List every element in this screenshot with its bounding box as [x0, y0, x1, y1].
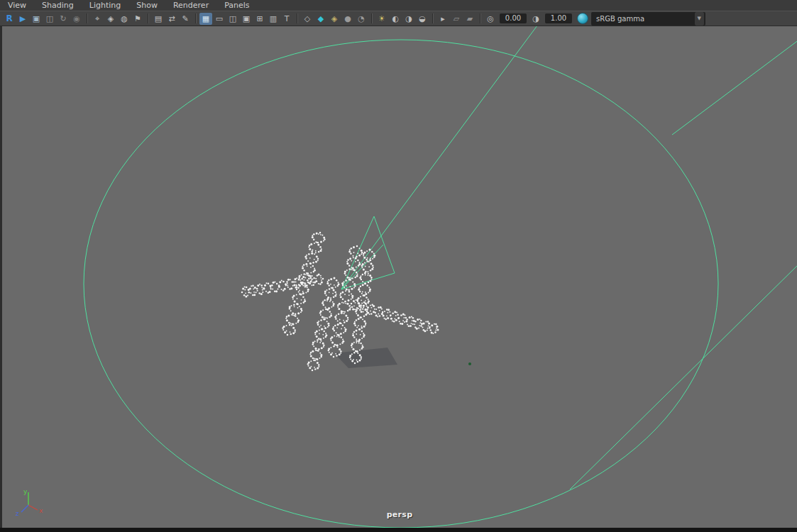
- ambient-occlusion-icon[interactable]: ◑: [402, 13, 415, 25]
- image-plane-icon[interactable]: ▤: [152, 13, 165, 25]
- particle-helix[interactable]: [349, 249, 376, 365]
- light-ray-line[interactable]: [341, 26, 539, 289]
- window-bottom-edge: [0, 528, 797, 532]
- toolbar-separator: [148, 13, 148, 23]
- axis-x-label: x: [39, 507, 43, 514]
- ipr-render-icon[interactable]: ▣: [30, 13, 43, 25]
- scene-canvas[interactable]: yxz: [2, 26, 797, 528]
- gate-mask-icon[interactable]: ▣: [240, 13, 253, 25]
- toolbar-separator: [480, 13, 480, 23]
- resolution-gate-icon[interactable]: ◫: [226, 13, 239, 25]
- select-camera-icon[interactable]: ⌖: [91, 13, 104, 25]
- all-lights-icon[interactable]: ☀: [375, 13, 388, 25]
- camera-name-label: persp: [387, 510, 413, 519]
- safe-action-icon[interactable]: ▥: [267, 13, 280, 25]
- copy-view-icon[interactable]: ▱: [450, 13, 463, 25]
- default-material-icon[interactable]: ●: [341, 13, 354, 25]
- motion-blur-icon[interactable]: ◒: [416, 13, 429, 25]
- render-frame-icon[interactable]: ▶: [16, 13, 29, 25]
- textured-icon[interactable]: ◈: [328, 13, 341, 25]
- isolate-select-icon[interactable]: ▸: [436, 13, 449, 25]
- field-chart-icon[interactable]: ⊞: [253, 13, 266, 25]
- toolbar-separator: [87, 13, 87, 23]
- lock-camera-icon[interactable]: ◈: [104, 13, 117, 25]
- renderer-badge[interactable]: R: [3, 13, 16, 25]
- paste-view-icon[interactable]: ▰: [463, 13, 476, 25]
- exposure-field[interactable]: 0.00: [500, 13, 527, 23]
- menu-panels[interactable]: Panels: [216, 0, 257, 11]
- axis-y-label: y: [23, 488, 28, 495]
- axis-z-label: z: [16, 510, 19, 517]
- panel-menu-bar: ViewShadingLightingShowRendererPanels: [0, 0, 797, 11]
- light-ray-line[interactable]: [570, 260, 797, 489]
- gamma-field[interactable]: 1.00: [545, 13, 572, 23]
- chevron-down-icon[interactable]: ▼: [695, 12, 704, 26]
- render-settings-icon[interactable]: ◫: [43, 13, 56, 25]
- gamma-icon[interactable]: ◑: [529, 13, 542, 25]
- toolbar-separator: [195, 13, 196, 23]
- menu-show[interactable]: Show: [128, 0, 165, 11]
- particle-helix[interactable]: [241, 273, 324, 297]
- particle-helix[interactable]: [307, 277, 340, 372]
- ground-shadow: [334, 348, 397, 368]
- camera-attributes-icon[interactable]: ◍: [118, 13, 131, 25]
- grease-pencil-icon[interactable]: ✎: [179, 13, 192, 25]
- toolbar-separator: [432, 13, 433, 23]
- snapshot-icon[interactable]: ◉: [70, 13, 83, 25]
- toolbar-separator: [297, 13, 297, 23]
- color-management-badge[interactable]: [577, 13, 588, 24]
- smooth-shade-icon[interactable]: ◆: [314, 13, 327, 25]
- wireframe-icon[interactable]: ◇: [301, 13, 314, 25]
- bookmark-icon[interactable]: ⚑: [131, 13, 144, 25]
- toolbar-separator: [371, 13, 372, 23]
- menu-shading[interactable]: Shading: [34, 0, 82, 11]
- light-target-dot[interactable]: [468, 362, 471, 365]
- axis-x-line: [28, 505, 38, 510]
- grid-icon[interactable]: ▦: [199, 13, 212, 25]
- panel-toolbar: R▶▣◫↻◉⌖◈◍⚑▤⇄✎▦▭◫▣⊞▥T◇◆◈●◔☀◐◑◒▸▱▰◎0.00◑1.…: [0, 11, 797, 26]
- menu-renderer[interactable]: Renderer: [165, 0, 216, 11]
- xray-icon[interactable]: ◔: [355, 13, 368, 25]
- light-ray-line[interactable]: [672, 33, 797, 135]
- exposure-icon[interactable]: ◎: [484, 13, 497, 25]
- perspective-viewport[interactable]: yxz persp: [0, 26, 797, 528]
- light-sphere-wire[interactable]: [84, 40, 718, 528]
- menu-view[interactable]: View: [4, 0, 34, 11]
- view-transform-value: sRGB gamma: [596, 13, 644, 24]
- pan-zoom-icon[interactable]: ⇄: [165, 13, 178, 25]
- refresh-icon[interactable]: ↻: [57, 13, 70, 25]
- safe-title-icon[interactable]: T: [280, 13, 293, 25]
- shadows-icon[interactable]: ◐: [389, 13, 402, 25]
- film-gate-icon[interactable]: ▭: [213, 13, 226, 25]
- view-transform-select[interactable]: sRGB gamma▼: [591, 12, 705, 26]
- menu-lighting[interactable]: Lighting: [82, 0, 128, 11]
- axis-z-line: [21, 505, 28, 512]
